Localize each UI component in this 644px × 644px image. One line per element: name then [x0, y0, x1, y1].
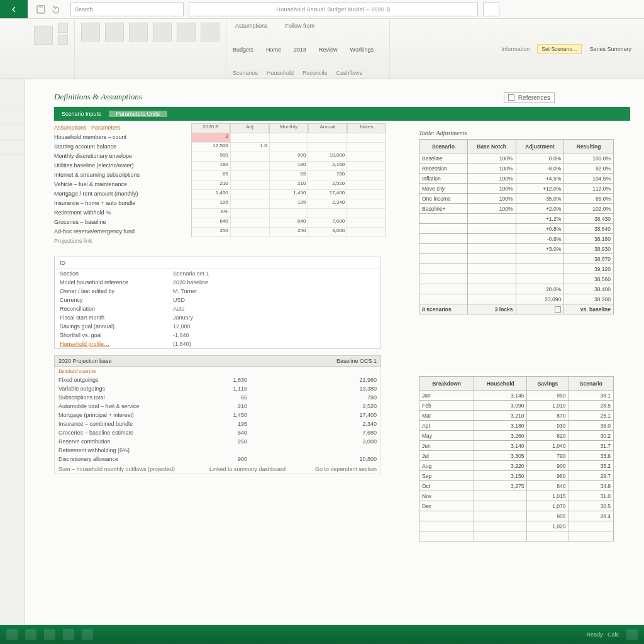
- table-cell[interactable]: 39,120: [564, 264, 614, 274]
- file-tab-button[interactable]: [0, 0, 28, 18]
- wrap-button[interactable]: [177, 23, 196, 42]
- table-cell[interactable]: 790: [527, 451, 569, 461]
- table-cell[interactable]: +1.2%: [516, 214, 564, 224]
- table-cell[interactable]: 840: [527, 481, 569, 491]
- tray-icon[interactable]: [626, 629, 638, 640]
- table-cell[interactable]: 100%: [467, 184, 516, 194]
- table-cell[interactable]: Aug: [419, 461, 474, 471]
- table-cell[interactable]: 33.6: [569, 451, 613, 461]
- table-row[interactable]: +1.2%38,430: [419, 214, 614, 224]
- mini-grid-cell[interactable]: 2,520: [308, 180, 347, 190]
- row-header[interactable]: [0, 94, 25, 109]
- table-cell[interactable]: Dec: [419, 501, 474, 511]
- table-cell[interactable]: 1,015: [527, 491, 569, 501]
- table-cell[interactable]: 29.7: [569, 471, 613, 481]
- table-cell[interactable]: One income: [419, 194, 468, 204]
- table-row[interactable]: 23,69038,200: [419, 294, 614, 304]
- mini-grid-cell[interactable]: 210: [269, 180, 308, 190]
- table-row[interactable]: +0.8%38,640: [419, 224, 614, 234]
- worksheet-area[interactable]: Definitions & Assumptions References Sce…: [25, 79, 644, 625]
- ribbon-tab[interactable]: Home: [266, 47, 281, 53]
- table-cell[interactable]: Inflation: [419, 174, 468, 184]
- table-cell[interactable]: [516, 254, 564, 264]
- mini-grid-row[interactable]: 1,4501,45017,400: [191, 190, 386, 199]
- table-cell[interactable]: +12.0%: [516, 184, 564, 194]
- table-cell[interactable]: 950: [527, 391, 569, 401]
- table-cell[interactable]: 38,430: [564, 214, 614, 224]
- copy-button[interactable]: [58, 35, 68, 45]
- table-cell[interactable]: 38,870: [564, 254, 614, 264]
- mini-grid-cell[interactable]: [308, 143, 347, 152]
- adjustments-table[interactable]: Scenario Base Notch Adjustment Resulting…: [419, 139, 614, 314]
- table-row[interactable]: -0.6%38,180: [419, 234, 614, 244]
- mini-grid-cell[interactable]: [230, 209, 269, 218]
- table-cell[interactable]: +4.5%: [516, 174, 564, 184]
- mini-grid-cell[interactable]: 195: [191, 199, 230, 209]
- table-cell[interactable]: -35.0%: [516, 194, 564, 204]
- table-cell[interactable]: [516, 264, 564, 274]
- table-cell[interactable]: 100.0%: [564, 153, 614, 164]
- mini-grid-cell[interactable]: [269, 143, 308, 152]
- mini-grid-row[interactable]: 6406407,680: [191, 218, 386, 228]
- mini-grid-row[interactable]: 2102102,520: [191, 180, 386, 190]
- mini-grid-cell[interactable]: [347, 180, 386, 190]
- row-header[interactable]: [0, 125, 25, 140]
- mini-grid-cell[interactable]: [230, 228, 269, 237]
- mini-grid-cell[interactable]: 180: [191, 162, 230, 171]
- table-cell[interactable]: [419, 531, 474, 541]
- table-cell[interactable]: 3,180: [474, 421, 527, 431]
- table-cell[interactable]: 25.1: [569, 411, 613, 421]
- table-cell[interactable]: [569, 521, 613, 531]
- mini-grid-row[interactable]: 1801802,160: [191, 162, 386, 171]
- paste-button[interactable]: [34, 26, 53, 45]
- mini-grid-cell[interactable]: [347, 171, 386, 180]
- table-cell[interactable]: 38,930: [564, 244, 614, 254]
- table-cell[interactable]: [419, 254, 468, 264]
- table-row[interactable]: Nov1,01531.0: [419, 491, 614, 501]
- table-cell[interactable]: 28.5: [569, 401, 613, 411]
- table-cell[interactable]: +2.0%: [516, 204, 564, 214]
- mini-grid-cell[interactable]: 195: [269, 199, 308, 209]
- table-cell[interactable]: Jan: [419, 391, 474, 401]
- start-button[interactable]: [6, 629, 18, 640]
- filter-button[interactable]: [201, 23, 219, 42]
- mini-grid-cell[interactable]: 12,500: [191, 143, 230, 152]
- table-cell[interactable]: Jul: [419, 451, 474, 461]
- table-cell[interactable]: 3,275: [474, 481, 527, 491]
- ribbon-tab[interactable]: Budgets: [233, 47, 253, 53]
- series-summary-label[interactable]: Series Summary: [589, 46, 631, 52]
- mini-grid-cell[interactable]: 780: [308, 171, 347, 180]
- table-cell[interactable]: Baseline: [419, 153, 468, 164]
- table-cell[interactable]: [474, 511, 527, 521]
- table-row[interactable]: Jun3,1401,04031.7: [419, 441, 614, 451]
- mini-grid-cell[interactable]: 1.0: [230, 143, 269, 152]
- table-cell[interactable]: 100%: [467, 164, 516, 174]
- breakdown-table[interactable]: Breakdown Household Savings Scenario Jan…: [419, 376, 614, 541]
- table-row[interactable]: Baseline100%0.0%100.0%: [419, 153, 614, 164]
- mini-grid-cell[interactable]: 250: [191, 228, 230, 237]
- table-cell[interactable]: 30.2: [569, 431, 613, 441]
- mini-grid-row[interactable]: 12,5001.0: [191, 143, 386, 152]
- mini-grid-cell[interactable]: 10,800: [308, 152, 347, 162]
- table-row[interactable]: Jul3,30579033.6: [419, 451, 614, 461]
- table-cell[interactable]: 1,020: [527, 521, 569, 531]
- row-header[interactable]: [0, 109, 25, 125]
- format-button[interactable]: [105, 23, 124, 42]
- mini-grid-cell[interactable]: [269, 133, 308, 143]
- mini-grid-cell[interactable]: 17,400: [308, 190, 347, 199]
- mini-grid-cell[interactable]: [347, 152, 386, 162]
- projection-foot-right[interactable]: Go to dependent section: [315, 466, 377, 472]
- table-row[interactable]: 38,560: [419, 274, 614, 284]
- table-cell[interactable]: [419, 214, 468, 224]
- table-cell[interactable]: Nov: [419, 491, 474, 501]
- table-cell[interactable]: 38,560: [564, 274, 614, 284]
- table-cell[interactable]: 900: [527, 461, 569, 471]
- table-cell[interactable]: [516, 274, 564, 284]
- table-cell[interactable]: [419, 511, 474, 521]
- table-cell[interactable]: Move city: [419, 184, 468, 194]
- mini-grid-cell[interactable]: [308, 209, 347, 218]
- mini-grid-cell[interactable]: [230, 218, 269, 228]
- table-cell[interactable]: Feb: [419, 401, 474, 411]
- table-cell[interactable]: -8.0%: [516, 164, 564, 174]
- cell-styles-button[interactable]: [81, 23, 100, 42]
